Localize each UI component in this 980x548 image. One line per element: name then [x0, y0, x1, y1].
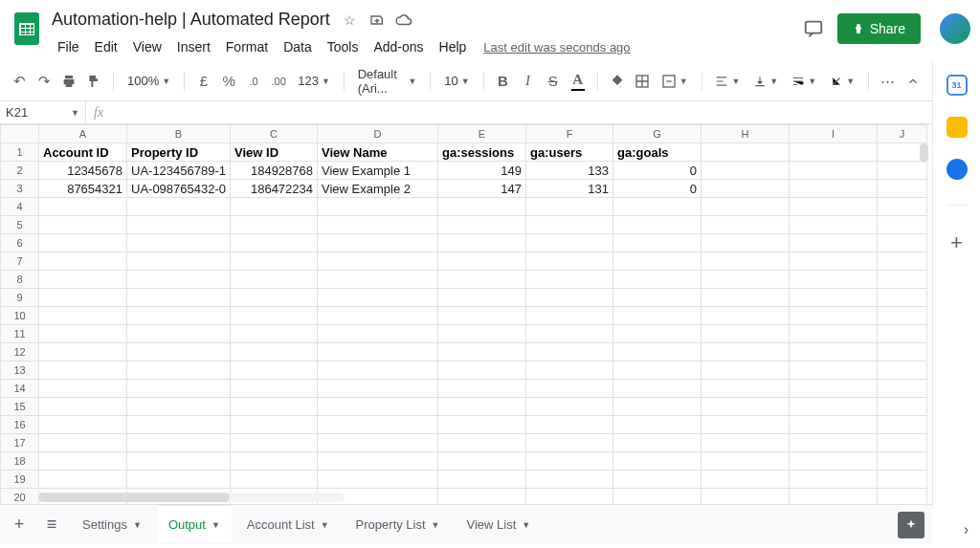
cell-C13[interactable]	[231, 362, 318, 380]
cell-C18[interactable]	[231, 452, 318, 471]
column-header-E[interactable]: E	[438, 125, 526, 143]
cell-F2[interactable]: 133	[526, 162, 613, 180]
undo-button[interactable]: ↶	[10, 70, 29, 93]
fill-color-button[interactable]	[608, 70, 627, 93]
row-header-19[interactable]: 19	[1, 471, 39, 489]
cell-C10[interactable]	[231, 307, 318, 325]
increase-decimal-button[interactable]: .00	[269, 70, 288, 93]
cell-C2[interactable]: 184928768	[231, 162, 318, 180]
menu-data[interactable]: Data	[276, 35, 320, 58]
document-title[interactable]: Automation-help | Automated Report	[50, 8, 332, 32]
cell-F1[interactable]: ga:users	[526, 143, 613, 162]
spreadsheet-grid[interactable]: ABCDEFGHIJ1Account IDProperty IDView IDV…	[0, 124, 927, 504]
cell-G20[interactable]	[613, 489, 702, 505]
sheet-tab-output[interactable]: Output▼	[157, 506, 232, 542]
cell-C5[interactable]	[231, 216, 318, 234]
cell-A13[interactable]	[39, 362, 127, 380]
cell-H12[interactable]	[702, 343, 790, 362]
cell-B4[interactable]	[127, 198, 231, 216]
cell-B5[interactable]	[127, 216, 231, 234]
cell-C8[interactable]	[231, 271, 318, 289]
cell-H1[interactable]	[702, 143, 790, 162]
row-header-13[interactable]: 13	[1, 362, 39, 380]
cell-C11[interactable]	[231, 325, 318, 343]
cell-G1[interactable]: ga:goals	[613, 143, 702, 162]
sheet-tab-property-list[interactable]: Property List▼	[345, 507, 452, 543]
cell-E3[interactable]: 147	[438, 180, 526, 198]
cell-J4[interactable]	[878, 198, 927, 216]
cell-E12[interactable]	[438, 343, 526, 362]
cell-G4[interactable]	[613, 198, 702, 216]
cell-A9[interactable]	[39, 289, 127, 307]
cell-C4[interactable]	[231, 198, 318, 216]
cell-I18[interactable]	[790, 452, 878, 471]
cell-F19[interactable]	[526, 471, 613, 489]
cell-E8[interactable]	[438, 271, 526, 289]
cell-F6[interactable]	[526, 234, 613, 252]
cell-J8[interactable]	[878, 271, 927, 289]
sheet-tab-settings[interactable]: Settings▼	[71, 507, 153, 543]
menu-edit[interactable]: Edit	[87, 35, 125, 58]
cell-J6[interactable]	[878, 234, 927, 252]
row-header-3[interactable]: 3	[1, 180, 39, 198]
cell-J12[interactable]	[878, 343, 927, 362]
cell-H6[interactable]	[702, 234, 790, 252]
paint-format-button[interactable]	[84, 70, 103, 93]
cell-G6[interactable]	[613, 234, 702, 252]
cell-J17[interactable]	[878, 434, 927, 452]
cell-C3[interactable]: 186472234	[231, 180, 318, 198]
cell-B1[interactable]: Property ID	[127, 143, 231, 162]
strikethrough-button[interactable]: S	[544, 70, 563, 93]
cell-J11[interactable]	[878, 325, 927, 343]
cell-D19[interactable]	[318, 471, 438, 489]
menu-view[interactable]: View	[125, 35, 169, 58]
row-header-20[interactable]: 20	[1, 489, 39, 505]
cell-A18[interactable]	[39, 452, 127, 471]
row-header-5[interactable]: 5	[1, 216, 39, 234]
user-avatar[interactable]	[940, 13, 970, 44]
row-header-14[interactable]: 14	[1, 380, 39, 398]
cell-G7[interactable]	[613, 252, 702, 271]
cell-H2[interactable]	[702, 162, 790, 180]
cell-E17[interactable]	[438, 434, 526, 452]
cell-F12[interactable]	[526, 343, 613, 362]
cell-G5[interactable]	[613, 216, 702, 234]
all-sheets-button[interactable]: ≡	[38, 512, 65, 538]
cell-I1[interactable]	[790, 143, 878, 162]
cell-I7[interactable]	[790, 252, 878, 271]
text-wrap-dropdown[interactable]: ▼	[788, 73, 820, 90]
percent-button[interactable]: %	[219, 70, 238, 93]
cell-A17[interactable]	[39, 434, 127, 452]
cell-D1[interactable]: View Name	[318, 143, 438, 162]
cell-D13[interactable]	[318, 362, 438, 380]
cell-I3[interactable]	[790, 180, 878, 198]
add-addon-button[interactable]: +	[950, 230, 963, 255]
cell-J7[interactable]	[878, 252, 927, 271]
cell-G13[interactable]	[613, 362, 702, 380]
cell-C12[interactable]	[231, 343, 318, 362]
cell-H18[interactable]	[702, 452, 790, 471]
cell-H11[interactable]	[702, 325, 790, 343]
row-header-12[interactable]: 12	[1, 343, 39, 362]
cell-H14[interactable]	[702, 380, 790, 398]
cell-F14[interactable]	[526, 380, 613, 398]
cell-G17[interactable]	[613, 434, 702, 452]
redo-button[interactable]: ↷	[34, 70, 54, 93]
cell-A2[interactable]: 12345678	[39, 162, 127, 180]
cell-C16[interactable]	[231, 416, 318, 434]
select-all-cell[interactable]	[1, 125, 39, 143]
cell-B3[interactable]: UA-098765432-0	[127, 180, 231, 198]
calendar-icon[interactable]	[947, 75, 968, 96]
cell-D14[interactable]	[318, 380, 438, 398]
cell-J20[interactable]	[878, 489, 927, 505]
cell-A11[interactable]	[39, 325, 127, 343]
side-panel-toggle[interactable]: ›	[964, 521, 969, 538]
cell-H17[interactable]	[702, 434, 790, 452]
cell-G12[interactable]	[613, 343, 702, 362]
cell-B18[interactable]	[127, 452, 231, 471]
column-header-G[interactable]: G	[613, 125, 702, 143]
cell-D5[interactable]	[318, 216, 438, 234]
cell-D8[interactable]	[318, 271, 438, 289]
bold-button[interactable]: B	[494, 70, 513, 93]
cell-D12[interactable]	[318, 343, 438, 362]
